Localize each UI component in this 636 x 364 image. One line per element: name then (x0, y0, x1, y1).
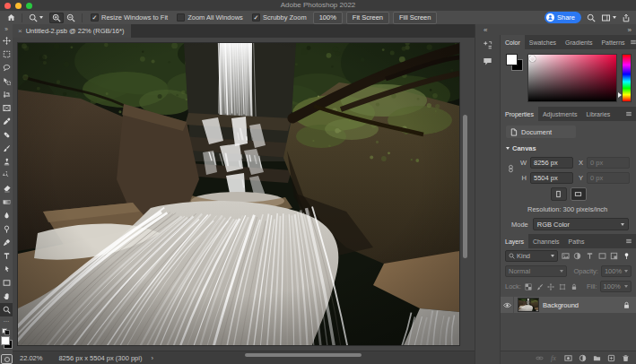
tool-rectangular-marquee[interactable] (0, 48, 13, 61)
fill-field[interactable]: 100% (600, 281, 632, 292)
tab-layers[interactable]: Layers (501, 234, 528, 248)
tool-clone-stamp[interactable] (0, 155, 13, 169)
opacity-field[interactable]: 100% (601, 265, 632, 277)
horizontal-scrollbar[interactable] (245, 353, 362, 357)
tool-path-selection[interactable] (0, 263, 13, 276)
vertical-scrollbar[interactable] (463, 115, 467, 258)
filter-pin-toggle[interactable] (622, 251, 632, 261)
tab-paths[interactable]: Paths (564, 234, 589, 248)
fill-screen-button[interactable]: Fill Screen (393, 12, 437, 24)
layer-style-button[interactable]: fx (549, 353, 558, 362)
x-field[interactable]: 0 px (587, 157, 630, 169)
new-layer-button[interactable] (606, 353, 615, 362)
tool-history-brush[interactable] (0, 169, 13, 182)
tool-hand[interactable] (0, 290, 13, 303)
panel-menu-icon[interactable] (625, 107, 636, 121)
tool-lasso[interactable] (0, 61, 13, 74)
tool-spot-healing-brush[interactable] (0, 128, 13, 142)
zoom-all-windows-checkbox[interactable]: Zoom All Windows (177, 13, 243, 22)
tool-frame[interactable] (0, 101, 13, 115)
collapse-dock-icon[interactable]: « (484, 26, 487, 34)
link-layers-button[interactable] (535, 353, 544, 362)
info-panel-icon[interactable] (483, 40, 492, 50)
color-swatch-widget[interactable] (1, 336, 13, 349)
panel-menu-icon[interactable] (630, 35, 636, 49)
canvas-section-header[interactable]: Canvas (506, 144, 631, 152)
share-button[interactable]: Share (545, 12, 581, 23)
landscape-orientation-button[interactable] (571, 187, 587, 201)
search-icon[interactable] (587, 13, 596, 22)
lock-all-button[interactable] (570, 282, 579, 291)
tab-channels[interactable]: Channels (528, 234, 564, 248)
tool-dodge[interactable] (0, 222, 13, 236)
lock-image-pixels-button[interactable] (536, 282, 545, 291)
lock-artboard-button[interactable] (558, 282, 567, 291)
tab-adjustments[interactable]: Adjustments (538, 107, 582, 121)
layer-row-background[interactable]: Background (501, 297, 636, 313)
quick-mask-button[interactable] (1, 354, 13, 364)
filter-kind-select[interactable]: Kind (505, 250, 558, 262)
height-field[interactable]: 5504 px (530, 172, 573, 184)
color-swatch-widget[interactable] (506, 54, 523, 71)
comments-panel-icon[interactable] (483, 56, 492, 66)
new-group-button[interactable] (592, 353, 601, 362)
resize-windows-checkbox[interactable]: Resize Windows to Fit (91, 13, 168, 22)
tab-patterns[interactable]: Patterns (597, 35, 629, 49)
tool-gradient[interactable] (0, 195, 13, 209)
tool-object-selection[interactable] (0, 74, 13, 88)
blend-mode-select[interactable]: Normal (505, 265, 567, 277)
hue-slider[interactable] (622, 54, 632, 102)
document-tab[interactable]: × Untitled-2.psb @ 22% (RGB/16*) (13, 24, 131, 38)
close-tab-icon[interactable]: × (18, 27, 22, 35)
link-dimensions-icon[interactable] (507, 160, 515, 177)
tool-crop[interactable] (0, 88, 13, 101)
tab-properties[interactable]: Properties (501, 107, 538, 121)
tool-brush[interactable] (0, 142, 13, 155)
tool-type[interactable] (0, 249, 13, 263)
foreground-color-swatch[interactable] (1, 336, 10, 345)
lock-position-button[interactable] (547, 282, 556, 291)
scrubby-zoom-checkbox[interactable]: Scrubby Zoom (252, 13, 307, 22)
edit-toolbar-button[interactable]: … (4, 316, 10, 325)
zoom-100-button[interactable]: 100% (313, 12, 343, 24)
fit-screen-button[interactable]: Fit Screen (346, 12, 389, 24)
tool-eyedropper[interactable] (0, 115, 13, 128)
filter-type-layers-button[interactable] (585, 251, 595, 261)
status-chevron-icon[interactable]: › (151, 354, 153, 362)
filter-adjustment-layers-button[interactable] (572, 251, 582, 261)
zoom-tool-preset[interactable] (26, 13, 46, 23)
toolbox-expand-button[interactable]: » (4, 24, 8, 34)
hue-slider-marker[interactable] (618, 92, 622, 98)
filter-shape-layers-button[interactable] (597, 251, 607, 261)
delete-layer-button[interactable] (621, 353, 630, 362)
tool-move[interactable] (0, 34, 13, 48)
export-icon[interactable] (622, 13, 631, 22)
tool-blur[interactable] (0, 209, 13, 222)
canvas-image[interactable] (18, 43, 459, 345)
layer-visibility-toggle[interactable] (501, 297, 514, 313)
new-adjustment-layer-button[interactable] (578, 353, 587, 362)
mode-select[interactable]: RGB Color (533, 218, 629, 230)
tab-gradients[interactable]: Gradients (561, 35, 597, 49)
portrait-orientation-button[interactable] (551, 187, 567, 201)
panel-menu-icon[interactable] (625, 234, 636, 248)
default-colors-icon[interactable] (2, 328, 11, 334)
lock-transparent-pixels-button[interactable] (524, 282, 533, 291)
zoom-out-button[interactable] (64, 13, 78, 23)
color-cursor[interactable] (529, 56, 536, 62)
tool-rectangle[interactable] (0, 276, 13, 290)
saturation-brightness-picker[interactable] (527, 54, 617, 102)
tool-eraser[interactable] (0, 182, 13, 195)
tool-pen[interactable] (0, 236, 13, 249)
width-field[interactable]: 8256 px (530, 157, 573, 169)
filter-smart-object-button[interactable] (610, 251, 620, 261)
workspace-switcher[interactable] (601, 13, 616, 22)
add-layer-mask-button[interactable] (563, 353, 572, 362)
tab-color[interactable]: Color (501, 35, 525, 49)
filter-image-layers-button[interactable] (561, 251, 571, 261)
y-field[interactable]: 0 px (587, 172, 630, 184)
foreground-color-swatch[interactable] (506, 54, 518, 65)
zoom-level-field[interactable]: 22.02% (20, 354, 42, 362)
tab-swatches[interactable]: Swatches (525, 35, 561, 49)
tool-zoom[interactable] (0, 303, 13, 316)
